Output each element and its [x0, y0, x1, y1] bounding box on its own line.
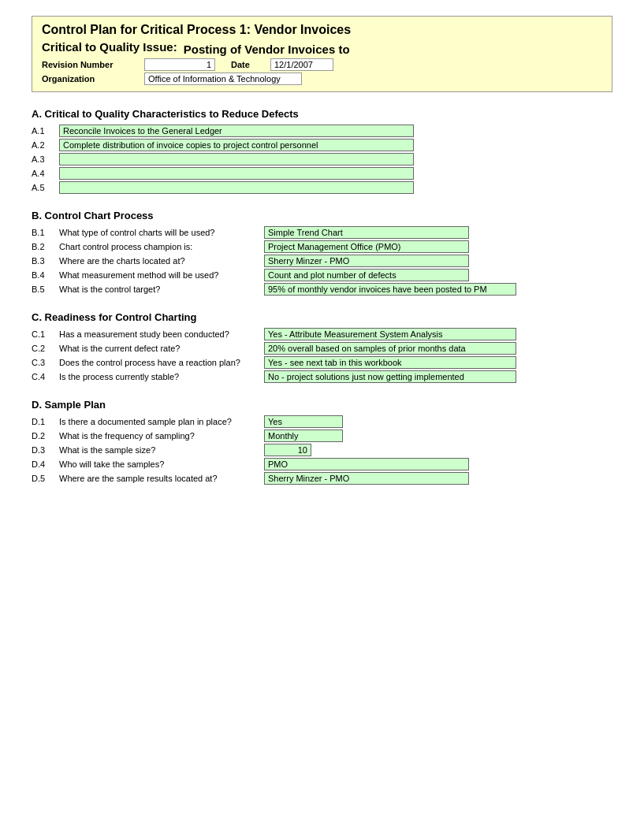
row-question: What is the control target? [59, 284, 264, 294]
row-answer: 20% overall based on samples of prior mo… [264, 342, 516, 355]
org-label: Organization [42, 74, 144, 84]
row-id: D.4 [32, 459, 59, 469]
list-item: B.5 What is the control target? 95% of m… [32, 283, 612, 296]
revision-row: Revision Number 1 Date 12/1/2007 [42, 58, 602, 71]
row-answer: Monthly [264, 430, 343, 442]
list-item: D.5 Where are the sample results located… [32, 472, 612, 485]
row-id: B.4 [32, 270, 59, 280]
revision-label: Revision Number [42, 60, 144, 69]
row-answer: 95% of monthly vendor invoices have been… [264, 283, 516, 296]
list-item: A.1 Reconcile Invoices to the General Le… [32, 125, 612, 137]
row-answer: No - project solutions just now getting … [264, 370, 516, 383]
date-value: 12/1/2007 [270, 58, 333, 71]
ctq-answer: Reconcile Invoices to the General Ledger [59, 125, 414, 137]
list-item: A.4 [32, 167, 612, 180]
list-item: C.4 Is the process currently stable? No … [32, 370, 612, 383]
revision-value: 1 [144, 58, 215, 71]
row-answer: Yes - see next tab in this workbook [264, 356, 516, 369]
list-item: C.1 Has a measurement study been conduct… [32, 328, 612, 340]
row-id: B.2 [32, 242, 59, 251]
subtitle-label: Critical to Quality Issue: [42, 40, 177, 54]
row-answer: Simple Trend Chart [264, 226, 469, 239]
row-answer: Project Management Office (PMO) [264, 240, 469, 253]
list-item: B.1 What type of control charts will be … [32, 226, 612, 239]
list-item: D.1 Is there a documented sample plan in… [32, 415, 612, 428]
row-id: C.3 [32, 358, 59, 367]
list-item: B.3 Where are the charts located at? She… [32, 255, 612, 267]
section-d-title: D. Sample Plan [32, 399, 612, 411]
section-b-title: B. Control Chart Process [32, 210, 612, 221]
row-id: D.5 [32, 474, 59, 483]
section-c-title: C. Readiness for Control Charting [32, 311, 612, 323]
section-c: C. Readiness for Control Charting C.1 Ha… [32, 311, 612, 383]
row-answer: Sherry Minzer - PMO [264, 472, 469, 485]
section-a-title: A. Critical to Quality Characteristics t… [32, 108, 612, 120]
row-id: B.3 [32, 256, 59, 266]
org-row: Organization Office of Information & Tec… [42, 73, 602, 85]
row-question: Chart control process champion is: [59, 242, 264, 251]
row-question: What is the frequency of sampling? [59, 431, 264, 441]
list-item: C.3 Does the control process have a reac… [32, 356, 612, 369]
row-question: Who will take the samples? [59, 459, 264, 469]
row-answer: Count and plot number of defects [264, 269, 469, 281]
row-id: A.2 [32, 140, 59, 150]
list-item: C.2 What is the current defect rate? 20%… [32, 342, 612, 355]
row-id: C.1 [32, 329, 59, 339]
row-id: A.1 [32, 126, 59, 136]
row-question: Does the control process have a reaction… [59, 358, 264, 367]
row-question: What measurement method will be used? [59, 270, 264, 280]
org-value: Office of Information & Technology [144, 73, 302, 85]
row-id: A.5 [32, 183, 59, 192]
row-id: A.4 [32, 169, 59, 178]
row-id: D.3 [32, 445, 59, 455]
row-id: C.4 [32, 372, 59, 381]
row-id: D.2 [32, 431, 59, 441]
ctq-answer-empty [59, 167, 414, 180]
section-a: A. Critical to Quality Characteristics t… [32, 108, 612, 194]
list-item: D.3 What is the sample size? 10 [32, 444, 612, 456]
row-question: Is the process currently stable? [59, 372, 264, 381]
header-fields: Revision Number 1 Date 12/1/2007 Organiz… [42, 58, 602, 85]
header-box: Control Plan for Critical Process 1: Ven… [32, 16, 612, 92]
page-title: Control Plan for Critical Process 1: Ven… [42, 23, 602, 37]
list-item: D.2 What is the frequency of sampling? M… [32, 430, 612, 442]
date-label: Date [231, 60, 270, 69]
list-item: B.2 Chart control process champion is: P… [32, 240, 612, 253]
row-id: D.1 [32, 417, 59, 426]
list-item: A.5 [32, 181, 612, 194]
list-item: A.2 Complete distribution of invoice cop… [32, 139, 612, 151]
row-question: Has a measurement study been conducted? [59, 329, 264, 339]
row-answer: 10 [264, 444, 311, 456]
row-question: Where are the sample results located at? [59, 474, 264, 483]
row-answer: Yes - Attribute Measurement System Analy… [264, 328, 516, 340]
row-id: C.2 [32, 344, 59, 353]
list-item: D.4 Who will take the samples? PMO [32, 458, 612, 470]
row-id: B.1 [32, 228, 59, 237]
row-id: B.5 [32, 284, 59, 294]
ctq-answer-empty [59, 181, 414, 194]
row-answer: PMO [264, 458, 469, 470]
row-question: What is the current defect rate? [59, 344, 264, 353]
ctq-value: Posting of Vendor Invoices to [184, 43, 350, 56]
row-question: Is there a documented sample plan in pla… [59, 417, 264, 426]
subtitle-row: Critical to Quality Issue: Posting of Ve… [42, 40, 602, 58]
row-id: A.3 [32, 154, 59, 164]
section-b: B. Control Chart Process B.1 What type o… [32, 210, 612, 296]
row-question: What type of control charts will be used… [59, 228, 264, 237]
ctq-answer: Complete distribution of invoice copies … [59, 139, 414, 151]
list-item: B.4 What measurement method will be used… [32, 269, 612, 281]
row-question: Where are the charts located at? [59, 256, 264, 266]
ctq-answer-empty [59, 153, 414, 165]
row-answer: Sherry Minzer - PMO [264, 255, 469, 267]
section-d: D. Sample Plan D.1 Is there a documented… [32, 399, 612, 485]
row-question: What is the sample size? [59, 445, 264, 455]
row-answer: Yes [264, 415, 343, 428]
list-item: A.3 [32, 153, 612, 165]
